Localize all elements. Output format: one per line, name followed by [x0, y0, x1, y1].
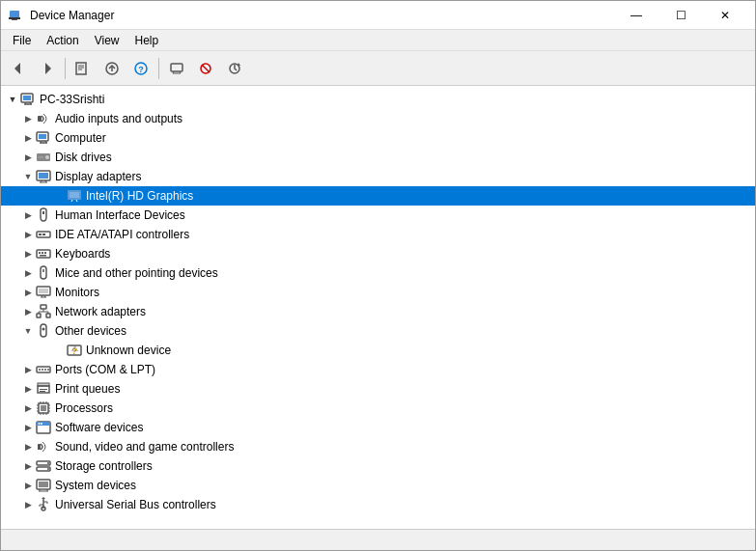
svg-rect-48 — [37, 250, 50, 258]
ports-icon — [36, 362, 51, 377]
print-expand-icon[interactable]: ▶ — [20, 379, 36, 399]
tree-item-computer[interactable]: ▶ Computer — [1, 128, 755, 148]
system-expand-icon[interactable]: ▶ — [20, 476, 36, 495]
properties-button[interactable] — [70, 55, 97, 82]
title-bar: Device Manager — ☐ ✕ — [1, 1, 755, 30]
forward-button[interactable] — [34, 55, 61, 82]
tree-item-system[interactable]: ▶ System devices — [1, 476, 755, 495]
tree-item-other[interactable]: ▼ Other devices — [1, 321, 755, 341]
sound-expand-icon[interactable]: ▶ — [20, 437, 36, 456]
usb-expand-icon[interactable]: ▶ — [20, 495, 36, 514]
tree-item-disk[interactable]: ▶ Disk drives — [1, 148, 755, 167]
tree-item-storage[interactable]: ▶ Storage controllers — [1, 456, 755, 476]
maximize-button[interactable]: ☐ — [658, 1, 703, 30]
tree-item-keyboard[interactable]: ▶ Keyboards — [1, 244, 755, 263]
svg-rect-49 — [39, 252, 41, 254]
tree-item-ide[interactable]: ▶ IDE ATA/ATAPI controllers — [1, 225, 755, 244]
mouse-icon — [36, 265, 51, 281]
hid-expand-icon[interactable]: ▶ — [20, 206, 36, 225]
tree-item-intel-graphics[interactable]: Intel(R) HD Graphics — [1, 186, 755, 206]
computer-icon — [20, 92, 36, 107]
svg-point-101 — [47, 468, 49, 470]
storage-label: Storage controllers — [55, 459, 153, 473]
tree-item-monitors[interactable]: ▶ Monitors — [1, 283, 755, 302]
svg-point-95 — [39, 423, 41, 425]
tree-item-display[interactable]: ▼ Display adapters — [1, 167, 755, 186]
tree-item-software[interactable]: ▶ Software devices — [1, 418, 755, 437]
computer-item-icon — [36, 130, 51, 146]
disable-button[interactable] — [192, 55, 219, 82]
menu-view[interactable]: View — [87, 32, 127, 49]
svg-rect-0 — [10, 11, 19, 18]
svg-line-42 — [71, 200, 72, 202]
display-expand-icon[interactable]: ▼ — [20, 167, 36, 186]
keyboard-expand-icon[interactable]: ▶ — [20, 244, 36, 263]
svg-rect-50 — [42, 252, 43, 254]
help-button[interactable]: ? — [127, 55, 154, 82]
tree-item-hid[interactable]: ▶ Human Interface Devices — [1, 206, 755, 225]
audio-label: Audio inputs and outputs — [55, 112, 182, 125]
svg-rect-5 — [76, 63, 86, 74]
ide-expand-icon[interactable]: ▶ — [20, 225, 36, 244]
menu-help[interactable]: Help — [127, 32, 167, 49]
tree-item-network[interactable]: ▶ Network adapters — [1, 302, 755, 321]
minimize-button[interactable]: — — [614, 1, 658, 30]
svg-text:⚠: ⚠ — [71, 344, 78, 353]
tree-item-audio[interactable]: ▶ Audio inputs and outputs — [1, 109, 755, 128]
svg-rect-80 — [41, 405, 46, 411]
window-icon — [9, 8, 24, 23]
monitors-label: Monitors — [55, 286, 99, 299]
other-expand-icon[interactable]: ▼ — [20, 321, 36, 341]
toolbar-sep-2 — [158, 58, 159, 79]
mice-expand-icon[interactable]: ▶ — [20, 263, 36, 283]
svg-rect-36 — [39, 173, 48, 179]
other-icon — [36, 323, 51, 339]
tree-item-print[interactable]: ▶ Print queues — [1, 379, 755, 399]
svg-marker-3 — [14, 63, 20, 74]
network-expand-icon[interactable]: ▶ — [20, 302, 36, 321]
back-button[interactable] — [5, 55, 32, 82]
tree-item-ports[interactable]: ▶ Ports (COM & LPT) — [1, 360, 755, 379]
software-label: Software devices — [55, 421, 143, 434]
root-label: PC-33Srishti — [40, 93, 104, 106]
software-expand-icon[interactable]: ▶ — [20, 418, 36, 437]
tree-root[interactable]: ▼ PC-33Srishti — [1, 90, 755, 109]
svg-line-18 — [202, 65, 210, 72]
device-icon-button[interactable] — [163, 55, 190, 82]
tree-item-sound[interactable]: ▶ Sound, video and game controllers — [1, 437, 755, 456]
scan-button[interactable] — [221, 55, 248, 82]
processors-label: Processors — [55, 401, 113, 415]
system-label: System devices — [55, 479, 136, 492]
processors-expand-icon[interactable]: ▶ — [20, 399, 36, 418]
svg-point-66 — [42, 328, 45, 331]
ports-expand-icon[interactable]: ▶ — [20, 360, 36, 379]
unknown-label: Unknown device — [86, 344, 171, 357]
software-icon — [36, 420, 51, 435]
menu-file[interactable]: File — [5, 32, 39, 49]
tree-item-mice[interactable]: ▶ Mice and other pointing devices — [1, 263, 755, 283]
display-label: Display adapters — [55, 170, 141, 183]
svg-rect-41 — [70, 192, 79, 198]
tree-item-usb[interactable]: ▶ Universal Serial Bus controllers — [1, 495, 755, 514]
audio-expand-icon[interactable]: ▶ — [20, 109, 36, 128]
disk-expand-icon[interactable]: ▶ — [20, 148, 36, 167]
device-tree[interactable]: ▼ PC-33Srishti ▶ — [1, 86, 755, 529]
storage-expand-icon[interactable]: ▶ — [20, 456, 36, 476]
svg-rect-25 — [23, 96, 31, 100]
close-button[interactable]: ✕ — [703, 1, 747, 30]
computer-expand-icon[interactable]: ▶ — [20, 128, 36, 148]
svg-rect-1 — [9, 17, 20, 19]
root-expand-icon[interactable]: ▼ — [5, 90, 20, 109]
menu-action[interactable]: Action — [39, 32, 86, 49]
update-driver-button[interactable] — [98, 55, 126, 82]
monitors-expand-icon[interactable]: ▶ — [20, 283, 36, 302]
tree-item-unknown[interactable]: ? ⚠ Unknown device — [1, 341, 755, 360]
toolbar-sep-1 — [65, 58, 66, 79]
tree-item-processors[interactable]: ▶ — [1, 399, 755, 418]
svg-rect-78 — [40, 391, 45, 392]
intel-spacer — [51, 186, 67, 206]
status-bar — [1, 529, 755, 550]
sound-icon — [36, 439, 51, 455]
svg-rect-2 — [12, 19, 17, 20]
svg-point-71 — [39, 369, 41, 371]
